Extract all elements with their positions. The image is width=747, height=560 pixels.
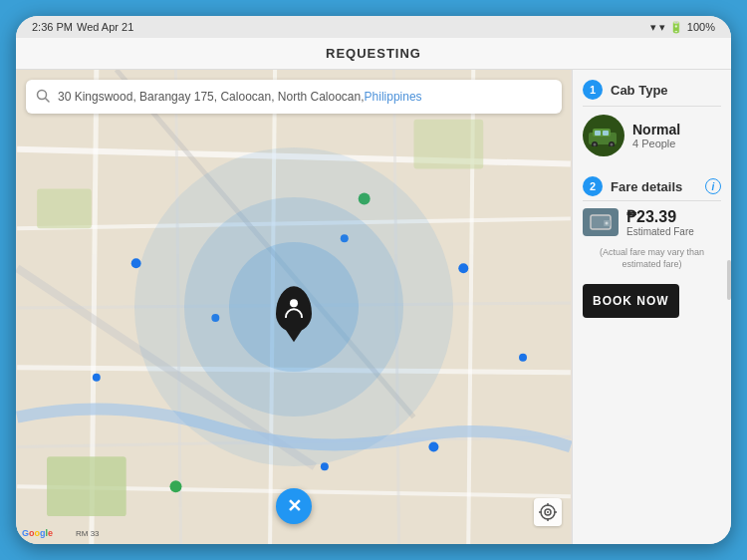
svg-point-20 xyxy=(458,263,468,273)
svg-line-28 xyxy=(46,98,50,102)
cab-type-title: Cab Type xyxy=(611,83,668,98)
side-button-right[interactable] xyxy=(727,260,731,300)
svg-rect-15 xyxy=(47,456,126,516)
close-icon: ✕ xyxy=(287,497,302,515)
cab-thumbnail xyxy=(583,115,624,156)
search-text: 30 Kingswood, Barangay 175, Caloocan, No… xyxy=(58,90,422,104)
svg-point-24 xyxy=(321,462,329,470)
fare-header-row: 2 Fare details i xyxy=(573,168,731,200)
cab-card[interactable]: Normal 4 People xyxy=(573,107,731,164)
svg-point-47 xyxy=(606,222,609,225)
section-number-1: 1 xyxy=(583,80,603,100)
battery-icon: 🔋 xyxy=(669,21,683,34)
fare-label: Estimated Fare xyxy=(626,226,694,237)
tablet-frame: 2:36 PM Wed Apr 21 ▾ ▾ 🔋 100% REQUESTING xyxy=(16,16,731,544)
status-date: Wed Apr 21 xyxy=(77,21,133,33)
page-title: REQUESTING xyxy=(326,46,421,61)
fare-section: 2 Fare details i xyxy=(573,164,731,332)
fare-card: ₱23.39 Estimated Fare xyxy=(573,201,731,243)
svg-point-44 xyxy=(611,143,614,146)
svg-point-29 xyxy=(290,299,298,307)
fare-title: Fare details xyxy=(611,179,682,194)
svg-point-22 xyxy=(428,441,438,451)
close-button[interactable]: ✕ xyxy=(276,488,312,524)
svg-rect-14 xyxy=(37,188,92,228)
section-number-2: 2 xyxy=(583,176,603,196)
pin-body xyxy=(276,286,312,332)
svg-point-23 xyxy=(519,354,527,362)
cab-type-section-header: 1 Cab Type xyxy=(573,70,731,106)
status-right: ▾ ▾ 🔋 100% xyxy=(650,21,715,34)
svg-point-42 xyxy=(594,143,597,146)
book-now-button[interactable]: BOOK NOW xyxy=(583,284,679,318)
wallet-icon xyxy=(583,208,619,236)
title-bar: REQUESTING xyxy=(16,38,731,70)
google-logo: Google xyxy=(22,528,53,538)
map-scale: RM 33 xyxy=(76,529,100,538)
search-icon xyxy=(36,89,50,106)
target-icon[interactable] xyxy=(534,498,562,526)
svg-point-21 xyxy=(93,374,101,382)
svg-rect-40 xyxy=(603,131,609,136)
status-left: 2:36 PM Wed Apr 21 xyxy=(32,21,133,33)
status-bar: 2:36 PM Wed Apr 21 ▾ ▾ 🔋 100% xyxy=(16,16,731,38)
svg-point-25 xyxy=(170,480,182,492)
wifi-icon: ▾ ▾ xyxy=(650,21,665,34)
info-icon[interactable]: i xyxy=(705,178,721,194)
sidebar: 1 Cab Type xyxy=(572,70,731,544)
svg-rect-39 xyxy=(595,131,601,136)
map-area[interactable]: 30 Kingswood, Barangay 175, Caloocan, No… xyxy=(16,70,572,544)
fare-note: (Actual fare may vary than estimated far… xyxy=(573,243,731,278)
battery-pct: 100% xyxy=(687,21,715,33)
fare-info: ₱23.39 Estimated Fare xyxy=(626,207,694,237)
status-time: 2:36 PM xyxy=(32,21,73,33)
fare-amount: ₱23.39 xyxy=(626,207,694,226)
cab-capacity: 4 People xyxy=(632,138,680,149)
svg-rect-16 xyxy=(413,120,483,169)
cab-info: Normal 4 People xyxy=(632,122,680,149)
person-icon xyxy=(285,298,303,321)
fare-section-header: 2 Fare details xyxy=(583,176,682,196)
svg-point-32 xyxy=(547,511,549,513)
cab-name: Normal xyxy=(632,122,680,138)
location-pin xyxy=(276,286,312,332)
search-bar[interactable]: 30 Kingswood, Barangay 175, Caloocan, No… xyxy=(26,80,562,114)
main-content: 30 Kingswood, Barangay 175, Caloocan, No… xyxy=(16,70,731,544)
scale-label: RM 33 xyxy=(76,529,100,538)
